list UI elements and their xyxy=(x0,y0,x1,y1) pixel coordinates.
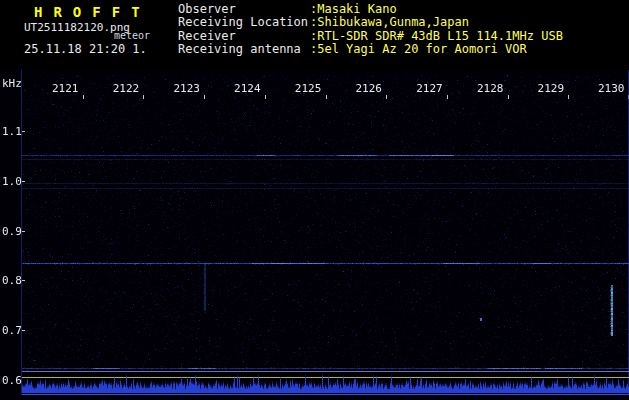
spectrogram-canvas xyxy=(0,70,629,400)
info-value: :5el Yagi Az 20 for Aomori VOR xyxy=(310,43,527,56)
info-value: :Shibukawa,Gunma,Japan xyxy=(310,16,469,29)
info-label: Receiver xyxy=(178,30,310,43)
y-axis-unit-label: kHz xyxy=(2,77,22,90)
info-row: Receiver:RTL-SDR SDR# 43dB L15 114.1MHz … xyxy=(178,30,563,43)
info-label: Observer xyxy=(178,3,310,16)
station-tag: meteor xyxy=(114,30,150,41)
info-value: :Masaki Kano xyxy=(310,3,397,16)
info-value: :RTL-SDR SDR# 43dB L15 114.1MHz USB xyxy=(310,30,563,43)
observer-info-table: Observer:Masaki KanoReceiving Location:S… xyxy=(178,3,563,57)
info-row: Receiving antenna:5el Yagi Az 20 for Aom… xyxy=(178,43,563,56)
info-row: Observer:Masaki Kano xyxy=(178,3,563,16)
info-label: Receiving Location xyxy=(178,16,310,29)
info-row: Receiving Location:Shibukawa,Gunma,Japan xyxy=(178,16,563,29)
info-label: Receiving antenna xyxy=(178,43,310,56)
hrofft-screen: HROFFT UT2511182120.png meteor 25.11.18 … xyxy=(0,0,629,400)
datetime-label: 25.11.18 21:20 1. xyxy=(24,42,147,56)
app-title: HROFFT xyxy=(34,4,151,20)
